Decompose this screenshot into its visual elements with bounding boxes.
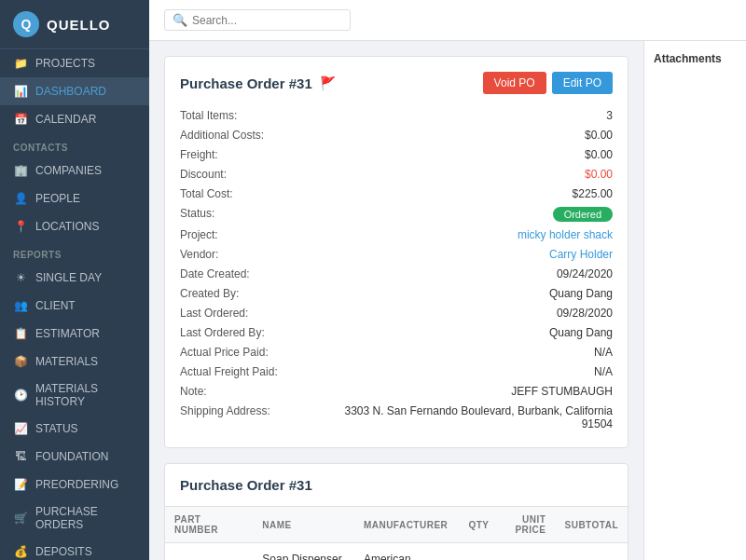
status-icon: 📈 [13, 421, 28, 436]
materials-history-icon: 🕑 [13, 388, 28, 403]
dashboard-icon: 📊 [13, 84, 28, 99]
sidebar-item-label: PROJECTS [35, 57, 95, 70]
last-ordered-by-label: Last Ordered By: [180, 324, 329, 341]
contacts-section-label: CONTACTS [0, 133, 149, 157]
estimator-icon: 📋 [13, 326, 28, 341]
logo-area: Q QUELLO [0, 0, 149, 49]
cell-manufacturer: American Standard [354, 543, 460, 561]
freight-value: $0.00 [329, 146, 613, 163]
people-icon: 👤 [13, 191, 28, 206]
sidebar-item-label: COMPANIES [35, 164, 102, 177]
sidebar-item-label: PREORDERING [35, 478, 118, 491]
po-title: Purchase Order #31 🚩 [180, 75, 336, 91]
vendor-value[interactable]: Carry Holder [329, 246, 613, 263]
actual-freight-value: N/A [329, 363, 613, 380]
sidebar-item-label: SINGLE DAY [35, 271, 102, 284]
sidebar-item-materials[interactable]: 📦 MATERIALS [0, 348, 149, 376]
sidebar-item-label: LOCATIONS [35, 220, 99, 233]
total-cost-value: $225.00 [329, 185, 613, 202]
sidebar-item-calendar[interactable]: 📅 CALENDAR [0, 105, 149, 133]
sidebar-item-label: DEPOSITS [35, 545, 92, 558]
search-icon: 🔍 [173, 13, 187, 27]
sidebar-item-label: PEOPLE [35, 192, 80, 205]
sidebar-item-deposits[interactable]: 💰 DEPOSITS [0, 538, 149, 560]
created-by-label: Created By: [180, 285, 329, 302]
sidebar-item-client[interactable]: 👥 CLIENT [0, 292, 149, 320]
shipping-value: 3303 N. San Fernando Boulevard, Burbank,… [329, 403, 613, 432]
discount-label: Discount: [180, 166, 329, 183]
po-actions: Void PO Edit PO [483, 72, 613, 94]
cell-part-number: 4503.115.002 [165, 543, 253, 561]
sidebar-item-label: STATUS [35, 422, 78, 435]
sidebar-item-purchase-orders[interactable]: 🛒 PURCHASE ORDERS [0, 499, 149, 538]
sidebar-item-estimator[interactable]: 📋 ESTIMATOR [0, 320, 149, 348]
col-subtotal: SUBTOTAL [555, 507, 628, 543]
sidebar-item-people[interactable]: 👤 PEOPLE [0, 184, 149, 212]
locations-icon: 📍 [13, 219, 28, 234]
shipping-label: Shipping Address: [180, 403, 329, 432]
last-ordered-by-value: Quang Dang [329, 324, 613, 341]
cell-qty: 3 [459, 543, 498, 561]
cell-unit-price: $75.00 [498, 543, 555, 561]
freight-label: Freight: [180, 146, 329, 163]
col-part-number: PART NUMBER [165, 507, 253, 543]
total-items-value: 3 [329, 107, 613, 124]
sidebar-item-materials-history[interactable]: 🕑 MATERIALS HISTORY [0, 376, 149, 415]
created-by-value: Quang Dang [329, 285, 613, 302]
sidebar-item-status[interactable]: 📈 STATUS [0, 415, 149, 443]
additional-costs-value: $0.00 [329, 127, 613, 143]
vendor-label: Vendor: [180, 246, 329, 263]
total-cost-label: Total Cost: [180, 185, 329, 202]
sidebar: Q QUELLO 📁 PROJECTS 📊 DASHBOARD 📅 CALEND… [0, 0, 149, 560]
attachments-panel: Attachments [643, 41, 746, 560]
foundation-icon: 🏗 [13, 449, 28, 464]
status-value: Ordered [329, 205, 613, 224]
col-qty: QTY [459, 507, 498, 543]
project-label: Project: [180, 226, 329, 243]
search-wrap[interactable]: 🔍 [164, 9, 351, 31]
status-label: Status: [180, 205, 329, 224]
status-badge: Ordered [553, 207, 613, 222]
sidebar-item-locations[interactable]: 📍 LOCATIONS [0, 212, 149, 240]
sidebar-item-label: CALENDAR [35, 113, 96, 126]
sidebar-item-foundation[interactable]: 🏗 FOUNDATION [0, 443, 149, 471]
reports-section-label: REPORTS [0, 240, 149, 264]
purchase-orders-icon: 🛒 [13, 511, 28, 526]
last-ordered-value: 09/28/2020 [329, 305, 613, 321]
project-value[interactable]: micky holder shack [329, 226, 613, 243]
last-ordered-label: Last Ordered: [180, 305, 329, 321]
actual-freight-label: Actual Freight Paid: [180, 363, 329, 380]
client-icon: 👥 [13, 298, 28, 313]
sidebar-item-companies[interactable]: 🏢 COMPANIES [0, 157, 149, 184]
sidebar-item-dashboard[interactable]: 📊 DASHBOARD [0, 77, 149, 105]
attachments-label: Attachments [654, 52, 722, 65]
content-area: Purchase Order #31 🚩 Void PO Edit PO Tot… [149, 41, 746, 560]
note-value: JEFF STUMBAUGH [329, 383, 613, 400]
date-created-value: 09/24/2020 [329, 266, 613, 282]
po-details-card: Purchase Order #31 🚩 Void PO Edit PO Tot… [164, 56, 629, 448]
sidebar-item-label: MATERIALS HISTORY [35, 382, 136, 408]
sidebar-item-preordering[interactable]: 📝 PREORDERING [0, 471, 149, 499]
sidebar-item-single-day[interactable]: ☀ SINGLE DAY [0, 264, 149, 292]
cell-subtotal: $22 [555, 543, 628, 561]
void-po-button[interactable]: Void PO [483, 72, 546, 94]
po-table-card: Purchase Order #31 PART NUMBER NAME MANU… [164, 463, 629, 560]
additional-costs-label: Additional Costs: [180, 127, 329, 143]
sidebar-item-label: DASHBOARD [35, 85, 106, 98]
col-unit-price: UNIT PRICE [498, 507, 555, 543]
logo-text: QUELLO [47, 17, 111, 33]
date-created-label: Date Created: [180, 266, 329, 282]
content-main: Purchase Order #31 🚩 Void PO Edit PO Tot… [149, 41, 643, 560]
po-header: Purchase Order #31 🚩 Void PO Edit PO [180, 72, 613, 94]
projects-icon: 📁 [13, 56, 28, 71]
note-label: Note: [180, 383, 329, 400]
preordering-icon: 📝 [13, 477, 28, 492]
sidebar-item-projects[interactable]: 📁 PROJECTS [0, 49, 149, 77]
po-table-title: Purchase Order #31 [165, 464, 628, 507]
main-area: 🔍 Purchase Order #31 🚩 Void PO Edit PO [149, 0, 746, 560]
po-table: PART NUMBER NAME MANUFACTURER QTY UNIT P… [165, 507, 628, 560]
col-manufacturer: MANUFACTURER [354, 507, 460, 543]
edit-po-button[interactable]: Edit PO [552, 72, 613, 94]
po-details-grid: Total Items: 3 Additional Costs: $0.00 F… [180, 107, 613, 432]
search-input[interactable] [192, 14, 341, 27]
